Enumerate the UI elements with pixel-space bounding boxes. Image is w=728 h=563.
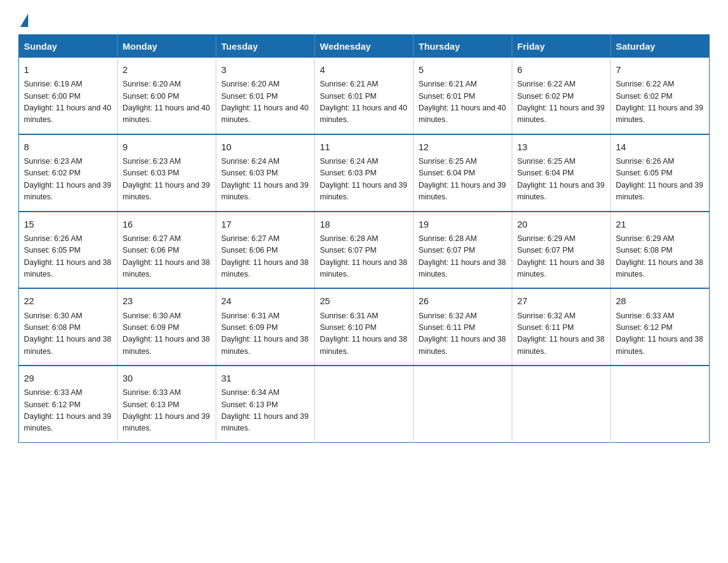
calendar-cell bbox=[315, 366, 414, 442]
calendar-body: 1 Sunrise: 6:19 AM Sunset: 6:00 PM Dayli… bbox=[19, 58, 710, 442]
weekday-header-monday: Monday bbox=[118, 35, 216, 58]
day-number: 29 bbox=[24, 371, 112, 385]
day-number: 18 bbox=[320, 217, 408, 231]
day-number: 7 bbox=[616, 63, 704, 77]
sunset-label: Sunset: 6:04 PM bbox=[517, 169, 574, 177]
daylight-label: Daylight: 11 hours and 38 minutes. bbox=[320, 335, 407, 355]
sunset-label: Sunset: 6:07 PM bbox=[320, 246, 376, 255]
daylight-label: Daylight: 11 hours and 39 minutes. bbox=[517, 181, 604, 201]
day-number: 27 bbox=[517, 294, 605, 308]
calendar-cell: 23 Sunrise: 6:30 AM Sunset: 6:09 PM Dayl… bbox=[118, 288, 216, 366]
day-number: 11 bbox=[320, 140, 408, 154]
day-number: 22 bbox=[24, 294, 112, 308]
calendar-cell: 14 Sunrise: 6:26 AM Sunset: 6:05 PM Dayl… bbox=[611, 134, 710, 212]
sunrise-label: Sunrise: 6:26 AM bbox=[616, 157, 674, 166]
sunset-label: Sunset: 6:08 PM bbox=[24, 323, 80, 332]
calendar-cell: 16 Sunrise: 6:27 AM Sunset: 6:06 PM Dayl… bbox=[118, 212, 216, 289]
calendar-cell: 26 Sunrise: 6:32 AM Sunset: 6:11 PM Dayl… bbox=[414, 288, 512, 366]
sunset-label: Sunset: 6:09 PM bbox=[123, 323, 179, 332]
sunrise-label: Sunrise: 6:34 AM bbox=[221, 388, 279, 397]
sunset-label: Sunset: 6:01 PM bbox=[221, 92, 278, 101]
calendar-cell: 4 Sunrise: 6:21 AM Sunset: 6:01 PM Dayli… bbox=[315, 58, 414, 134]
sunrise-label: Sunrise: 6:28 AM bbox=[320, 234, 378, 243]
calendar-cell: 19 Sunrise: 6:28 AM Sunset: 6:07 PM Dayl… bbox=[414, 212, 512, 289]
daylight-label: Daylight: 11 hours and 40 minutes. bbox=[24, 104, 111, 124]
calendar-cell: 28 Sunrise: 6:33 AM Sunset: 6:12 PM Dayl… bbox=[611, 288, 710, 366]
calendar-cell: 1 Sunrise: 6:19 AM Sunset: 6:00 PM Dayli… bbox=[19, 58, 118, 134]
sunrise-label: Sunrise: 6:28 AM bbox=[419, 234, 477, 243]
sunrise-label: Sunrise: 6:29 AM bbox=[517, 234, 575, 243]
day-number: 5 bbox=[419, 63, 507, 77]
daylight-label: Daylight: 11 hours and 38 minutes. bbox=[616, 258, 703, 278]
day-number: 8 bbox=[24, 140, 112, 154]
sunrise-label: Sunrise: 6:33 AM bbox=[616, 312, 674, 320]
weekday-header-sunday: Sunday bbox=[19, 35, 118, 58]
daylight-label: Daylight: 11 hours and 39 minutes. bbox=[616, 181, 703, 201]
calendar-cell: 9 Sunrise: 6:23 AM Sunset: 6:03 PM Dayli… bbox=[118, 134, 216, 212]
calendar-week-row: 22 Sunrise: 6:30 AM Sunset: 6:08 PM Dayl… bbox=[19, 288, 710, 366]
calendar-cell: 5 Sunrise: 6:21 AM Sunset: 6:01 PM Dayli… bbox=[414, 58, 512, 134]
day-number: 19 bbox=[419, 217, 507, 231]
sunrise-label: Sunrise: 6:24 AM bbox=[221, 157, 279, 166]
calendar-cell: 24 Sunrise: 6:31 AM Sunset: 6:09 PM Dayl… bbox=[216, 288, 315, 366]
sunset-label: Sunset: 6:12 PM bbox=[24, 400, 80, 409]
sunrise-label: Sunrise: 6:21 AM bbox=[419, 80, 477, 88]
sunrise-label: Sunrise: 6:19 AM bbox=[24, 80, 82, 88]
calendar-cell: 8 Sunrise: 6:23 AM Sunset: 6:02 PM Dayli… bbox=[19, 134, 118, 212]
sunrise-label: Sunrise: 6:30 AM bbox=[123, 312, 181, 320]
daylight-label: Daylight: 11 hours and 40 minutes. bbox=[320, 104, 407, 124]
daylight-label: Daylight: 11 hours and 38 minutes. bbox=[24, 335, 111, 355]
sunset-label: Sunset: 6:03 PM bbox=[123, 169, 179, 177]
day-number: 12 bbox=[419, 140, 507, 154]
sunset-label: Sunset: 6:05 PM bbox=[24, 246, 80, 255]
calendar-cell: 10 Sunrise: 6:24 AM Sunset: 6:03 PM Dayl… bbox=[216, 134, 315, 212]
sunset-label: Sunset: 6:02 PM bbox=[517, 92, 574, 101]
sunset-label: Sunset: 6:13 PM bbox=[123, 400, 179, 409]
daylight-label: Daylight: 11 hours and 39 minutes. bbox=[24, 181, 111, 201]
day-number: 24 bbox=[221, 294, 309, 308]
daylight-label: Daylight: 11 hours and 38 minutes. bbox=[419, 335, 506, 355]
sunrise-label: Sunrise: 6:21 AM bbox=[320, 80, 378, 88]
day-number: 17 bbox=[221, 217, 309, 231]
calendar-cell: 13 Sunrise: 6:25 AM Sunset: 6:04 PM Dayl… bbox=[512, 134, 611, 212]
sunset-label: Sunset: 6:03 PM bbox=[221, 169, 278, 177]
weekday-header-row: SundayMondayTuesdayWednesdayThursdayFrid… bbox=[19, 35, 710, 58]
day-number: 21 bbox=[616, 217, 704, 231]
calendar-week-row: 15 Sunrise: 6:26 AM Sunset: 6:05 PM Dayl… bbox=[19, 212, 710, 289]
calendar-cell: 12 Sunrise: 6:25 AM Sunset: 6:04 PM Dayl… bbox=[414, 134, 512, 212]
sunset-label: Sunset: 6:10 PM bbox=[320, 323, 376, 332]
daylight-label: Daylight: 11 hours and 38 minutes. bbox=[221, 335, 308, 355]
sunset-label: Sunset: 6:04 PM bbox=[419, 169, 475, 177]
calendar-cell: 21 Sunrise: 6:29 AM Sunset: 6:08 PM Dayl… bbox=[611, 212, 710, 289]
calendar-cell: 2 Sunrise: 6:20 AM Sunset: 6:00 PM Dayli… bbox=[118, 58, 216, 134]
sunrise-label: Sunrise: 6:22 AM bbox=[517, 80, 575, 88]
daylight-label: Daylight: 11 hours and 38 minutes. bbox=[517, 335, 604, 355]
calendar-cell: 17 Sunrise: 6:27 AM Sunset: 6:06 PM Dayl… bbox=[216, 212, 315, 289]
page-header bbox=[18, 12, 710, 23]
day-number: 10 bbox=[221, 140, 309, 154]
sunrise-label: Sunrise: 6:32 AM bbox=[419, 312, 477, 320]
day-number: 4 bbox=[320, 63, 408, 77]
sunrise-label: Sunrise: 6:32 AM bbox=[517, 312, 575, 320]
calendar-cell: 27 Sunrise: 6:32 AM Sunset: 6:11 PM Dayl… bbox=[512, 288, 611, 366]
daylight-label: Daylight: 11 hours and 39 minutes. bbox=[123, 412, 210, 432]
daylight-label: Daylight: 11 hours and 39 minutes. bbox=[419, 181, 506, 201]
daylight-label: Daylight: 11 hours and 39 minutes. bbox=[221, 412, 308, 432]
sunrise-label: Sunrise: 6:27 AM bbox=[123, 234, 181, 243]
logo-top bbox=[18, 12, 28, 27]
calendar-week-row: 29 Sunrise: 6:33 AM Sunset: 6:12 PM Dayl… bbox=[19, 366, 710, 442]
sunset-label: Sunset: 6:02 PM bbox=[616, 92, 672, 101]
daylight-label: Daylight: 11 hours and 38 minutes. bbox=[419, 258, 506, 278]
calendar-cell: 20 Sunrise: 6:29 AM Sunset: 6:07 PM Dayl… bbox=[512, 212, 611, 289]
calendar-cell bbox=[512, 366, 611, 442]
calendar-cell: 18 Sunrise: 6:28 AM Sunset: 6:07 PM Dayl… bbox=[315, 212, 414, 289]
day-number: 23 bbox=[123, 294, 211, 308]
sunrise-label: Sunrise: 6:24 AM bbox=[320, 157, 378, 166]
sunrise-label: Sunrise: 6:33 AM bbox=[24, 388, 82, 397]
sunrise-label: Sunrise: 6:33 AM bbox=[123, 388, 181, 397]
sunset-label: Sunset: 6:03 PM bbox=[320, 169, 376, 177]
sunrise-label: Sunrise: 6:20 AM bbox=[221, 80, 279, 88]
daylight-label: Daylight: 11 hours and 38 minutes. bbox=[123, 258, 210, 278]
calendar-cell: 25 Sunrise: 6:31 AM Sunset: 6:10 PM Dayl… bbox=[315, 288, 414, 366]
daylight-label: Daylight: 11 hours and 39 minutes. bbox=[616, 104, 703, 124]
